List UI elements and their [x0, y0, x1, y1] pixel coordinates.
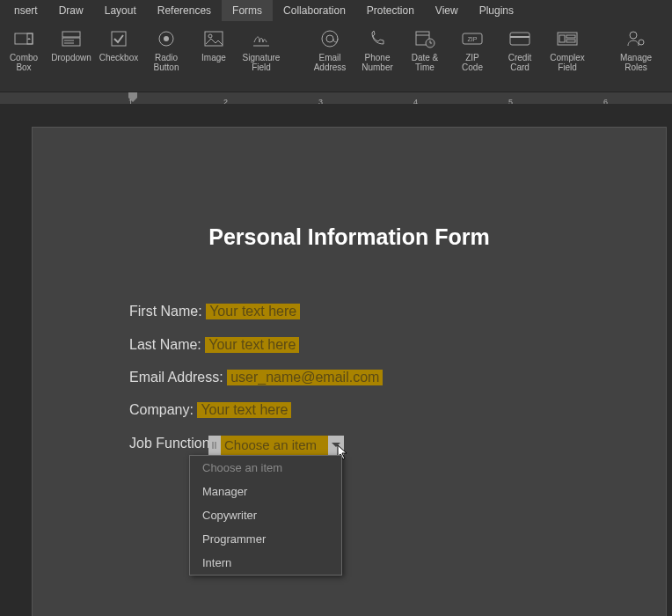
credit-card-icon — [509, 28, 530, 49]
toolbar-label: Dropdown — [49, 53, 93, 62]
company-row: Company: Your text here — [129, 402, 291, 418]
menu-forms[interactable]: Forms — [222, 0, 273, 21]
combo-box-icon — [13, 28, 34, 49]
toolbar-label: SignatureField — [241, 53, 282, 72]
company-label: Company: — [129, 402, 194, 417]
job-function-dropdown-list[interactable]: Choose an item Manager Copywriter Progra… — [189, 455, 342, 576]
ribbon-toolbar: ComboBox Dropdown Checkbox RadioButton I… — [0, 21, 672, 92]
toolbar-label: ZIPCode — [460, 53, 485, 72]
last-name-field[interactable]: Your text here — [205, 337, 299, 353]
menu-collaboration[interactable]: Collaboration — [273, 0, 356, 21]
svg-rect-6 — [112, 32, 126, 46]
svg-point-25 — [630, 32, 637, 39]
email-address-button[interactable]: EmailAddress — [306, 25, 354, 72]
page-title: Personal Information Form — [33, 224, 666, 250]
menu-plugins[interactable]: Plugins — [469, 0, 524, 21]
svg-rect-2 — [62, 32, 80, 37]
toolbar-label: Image — [200, 53, 228, 62]
manage-roles-button[interactable]: ManageRoles — [612, 25, 660, 72]
menubar: nsert Draw Layout References Forms Colla… — [0, 0, 672, 21]
svg-rect-9 — [205, 32, 223, 46]
checkbox-button[interactable]: Checkbox — [95, 25, 142, 72]
toolbar-label: RadioButton — [152, 53, 181, 72]
menu-draw[interactable]: Draw — [48, 0, 94, 21]
company-field[interactable]: Your text here — [197, 402, 291, 418]
radio-icon — [156, 28, 177, 49]
svg-point-8 — [164, 36, 169, 41]
toolbar-label: PhoneNumber — [360, 53, 395, 72]
job-function-combobox[interactable]: Choose an item — [208, 436, 344, 455]
toolbar-label: CreditCard — [507, 53, 534, 72]
document-page[interactable]: Personal Information Form First Name: Yo… — [32, 127, 667, 616]
toolbar-label: ComboBox — [8, 53, 40, 72]
dropdown-button[interactable]: Dropdown — [47, 25, 95, 72]
at-sign-icon — [319, 28, 340, 49]
combo-drag-handle-icon[interactable] — [208, 436, 221, 455]
zip-code-button[interactable]: ZIP ZIPCode — [449, 25, 496, 72]
signature-field-button[interactable]: SignatureField — [237, 25, 285, 72]
menu-insert[interactable]: nsert — [4, 0, 48, 21]
checkbox-icon — [108, 28, 129, 49]
dropdown-option-placeholder[interactable]: Choose an item — [190, 456, 341, 480]
calendar-clock-icon — [414, 28, 435, 49]
credit-card-button[interactable]: CreditCard — [496, 25, 544, 72]
first-name-field[interactable]: Your text here — [206, 304, 300, 319]
svg-point-10 — [208, 34, 212, 38]
last-name-row: Last Name: Your text here — [129, 337, 299, 353]
combo-arrow-button[interactable] — [328, 436, 344, 455]
email-field[interactable]: user_name@email.com — [227, 370, 383, 385]
dropdown-icon — [61, 28, 82, 49]
phone-number-button[interactable]: PhoneNumber — [354, 25, 401, 72]
svg-point-12 — [322, 31, 338, 47]
users-gear-icon — [625, 28, 646, 49]
svg-text:ZIP: ZIP — [468, 36, 478, 42]
dropdown-option-manager[interactable]: Manager — [190, 480, 341, 503]
dropdown-option-programmer[interactable]: Programmer — [190, 527, 341, 551]
first-name-label: First Name: — [129, 304, 202, 319]
svg-rect-22 — [559, 35, 565, 42]
toolbar-label: ManageRoles — [618, 53, 654, 72]
signature-icon — [251, 28, 272, 49]
email-label: Email Address: — [129, 370, 223, 385]
email-row: Email Address: user_name@email.com — [129, 370, 383, 385]
svg-rect-24 — [566, 40, 575, 42]
combo-box-button[interactable]: ComboBox — [0, 25, 47, 72]
image-icon — [203, 28, 224, 49]
svg-rect-21 — [558, 33, 577, 45]
chevron-down-icon — [332, 443, 340, 448]
menu-references[interactable]: References — [147, 0, 222, 21]
toolbar-label: Date &Time — [410, 53, 441, 72]
zip-icon: ZIP — [462, 28, 483, 49]
image-button[interactable]: Image — [190, 25, 237, 72]
complex-field-icon — [557, 28, 578, 49]
job-function-label: Job Function: — [129, 436, 214, 451]
dropdown-option-copywriter[interactable]: Copywriter — [190, 503, 341, 527]
toolbar-label: EmailAddress — [312, 53, 348, 72]
complex-field-button[interactable]: ComplexField — [544, 25, 591, 72]
menu-layout[interactable]: Layout — [94, 0, 147, 21]
menu-protection[interactable]: Protection — [356, 0, 425, 21]
date-time-button[interactable]: Date &Time — [401, 25, 449, 72]
first-name-row: First Name: Your text here — [129, 304, 300, 319]
svg-rect-19 — [510, 33, 530, 45]
svg-point-13 — [326, 35, 333, 42]
phone-icon — [367, 28, 388, 49]
dropdown-option-intern[interactable]: Intern — [190, 551, 341, 575]
svg-rect-3 — [62, 38, 80, 46]
menu-view[interactable]: View — [425, 0, 469, 21]
toolbar-label: Checkbox — [98, 53, 140, 62]
svg-rect-23 — [566, 35, 575, 38]
last-name-label: Last Name: — [129, 337, 201, 352]
toolbar-label: ComplexField — [548, 53, 586, 72]
radio-button-button[interactable]: RadioButton — [142, 25, 190, 72]
job-function-row: Job Function: — [129, 436, 214, 451]
svg-point-26 — [639, 40, 644, 45]
job-function-value[interactable]: Choose an item — [221, 436, 328, 455]
document-canvas[interactable]: Personal Information Form First Name: Yo… — [0, 104, 672, 616]
